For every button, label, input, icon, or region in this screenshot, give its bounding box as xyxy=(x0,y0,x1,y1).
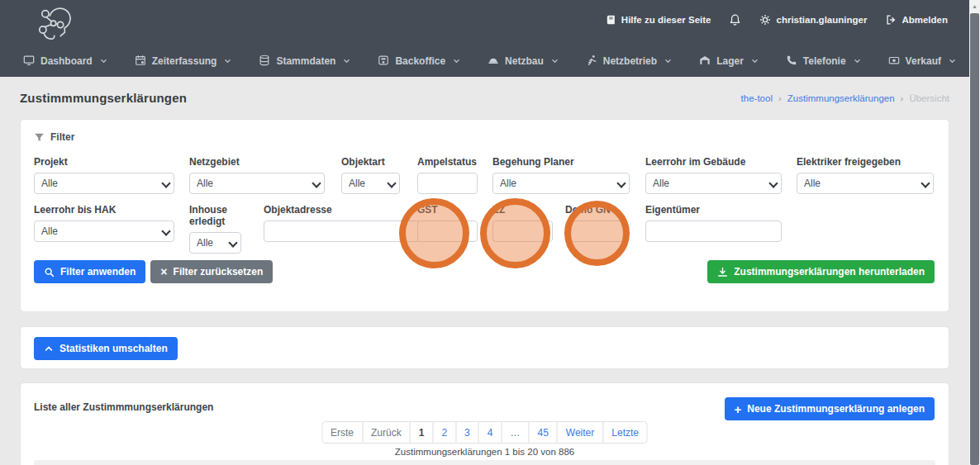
filter-field-objektadresse: Objektadresse xyxy=(264,204,421,242)
filter-field-ampelstatus: Ampelstatus xyxy=(417,156,478,194)
nav-stammdaten[interactable]: Stammdaten xyxy=(259,55,350,69)
funnel-icon xyxy=(34,132,45,143)
scrollbar-thumb[interactable] xyxy=(970,13,979,465)
database-icon xyxy=(259,55,270,69)
filter-field-elektriker-freigegeben: Elektriker freigegeben Alle xyxy=(797,156,934,194)
chevron-down-icon xyxy=(854,59,861,64)
pagination-page-1[interactable]: 1 xyxy=(410,421,434,444)
reset-filter-button[interactable]: × Filter zurücksetzen xyxy=(150,260,273,283)
search-icon xyxy=(44,267,55,278)
vertical-scrollbar[interactable]: ▲ xyxy=(969,0,980,465)
filter-field-leerrohr-bis-hak: Leerrohr bis HAK Alle xyxy=(34,204,174,242)
plus-icon: + xyxy=(735,403,742,415)
chevron-down-icon xyxy=(949,59,956,64)
eigentuemer-input[interactable] xyxy=(645,221,782,242)
nav-backoffice[interactable]: Backoffice xyxy=(378,55,460,69)
breadcrumb-separator: › xyxy=(901,93,904,103)
nav-dashboard[interactable]: Dashboard xyxy=(23,55,107,69)
nav-lager[interactable]: Lager xyxy=(699,55,759,69)
pagination-ellipsis: … xyxy=(501,421,529,444)
phone-icon xyxy=(786,55,797,69)
pagination-page-2[interactable]: 2 xyxy=(432,421,456,444)
breadcrumb: the-tool › Zustimmungserklärungen › Über… xyxy=(741,93,949,103)
pagination-page-4[interactable]: 4 xyxy=(478,421,502,444)
nav-zeiterfassung[interactable]: Zeiterfassung xyxy=(135,55,232,69)
scroll-up-button[interactable]: ▲ xyxy=(969,0,980,12)
chevron-down-icon xyxy=(100,59,107,64)
begehung-planer-select[interactable]: Alle xyxy=(492,173,630,194)
logout-link[interactable]: Abmelden xyxy=(885,14,948,26)
chevron-down-icon xyxy=(751,59,759,64)
calendar-icon xyxy=(135,55,146,69)
highlight-circle-gst xyxy=(399,198,469,268)
pagination-next[interactable]: Weiter xyxy=(557,421,603,444)
table-header-strip xyxy=(34,460,935,465)
list-range-status: Zustimmungserklärungen 1 bis 20 von 886 xyxy=(21,447,949,457)
filter-heading: Filter xyxy=(34,131,74,143)
leerrohr-im-gebaeude-select[interactable]: Alle xyxy=(645,173,782,194)
toggle-statistics-button[interactable]: Statistiken umschalten xyxy=(34,337,178,360)
manual-book-icon xyxy=(606,14,616,26)
user-menu[interactable]: christian.glauninger xyxy=(759,14,867,26)
nav-netzbau[interactable]: Netzbau xyxy=(488,55,559,69)
pagination-page-3[interactable]: 3 xyxy=(455,421,479,444)
create-zustimmungserklaerung-button[interactable]: + Neue Zustimmungserklärung anlegen xyxy=(725,397,935,420)
inhouse-erledigt-select[interactable]: Alle xyxy=(189,232,241,254)
monitor-icon xyxy=(23,55,35,69)
leerrohr-bis-hak-select[interactable]: Alle xyxy=(34,221,174,242)
chevron-up-icon xyxy=(44,344,54,353)
download-zustimmungserklaerungen-button[interactable]: Zustimmungserklärungen herunterladen xyxy=(707,260,935,283)
hardhat-icon xyxy=(488,55,499,69)
objektart-select[interactable]: Alle xyxy=(341,173,400,194)
close-icon: × xyxy=(160,266,167,278)
runner-icon xyxy=(586,55,597,69)
pagination-prev[interactable]: Zurück xyxy=(362,421,411,444)
projekt-select[interactable]: Alle xyxy=(34,173,174,194)
app-logo[interactable] xyxy=(36,5,74,48)
apply-filter-button[interactable]: Filter anwenden xyxy=(34,260,145,283)
chevron-down-icon xyxy=(551,59,559,64)
logout-label: Abmelden xyxy=(902,15,948,25)
filter-field-objektart: Objektart Alle xyxy=(341,156,400,194)
statistics-panel: Statistiken umschalten xyxy=(20,326,949,369)
logo-head-network-icon xyxy=(36,5,74,45)
filter-panel: Filter Projekt Alle Netzgebiet Alle Obje… xyxy=(20,119,949,312)
filter-field-eigentuemer: Eigentümer xyxy=(645,204,782,242)
nav-verkauf[interactable]: Verkauf xyxy=(888,55,956,69)
page-title: Zustimmmungserklärungen xyxy=(20,91,187,105)
netzgebiet-select[interactable]: Alle xyxy=(189,173,325,194)
notifications-bell-icon[interactable] xyxy=(729,13,741,26)
help-label: Hilfe zu dieser Seite xyxy=(621,15,711,25)
pagination: Erste Zurück 1 2 3 4 … 45 Weiter Letzte xyxy=(321,421,648,444)
pagination-page-45[interactable]: 45 xyxy=(528,421,557,444)
nav-telefonie[interactable]: Telefonie xyxy=(786,55,861,69)
list-heading: Liste aller Zustimmmungserklärungen xyxy=(34,401,213,413)
chevron-down-icon xyxy=(224,59,231,64)
chevron-down-icon xyxy=(664,59,672,64)
pagination-last[interactable]: Letzte xyxy=(602,421,648,444)
highlight-circle-ez xyxy=(480,198,550,268)
chevron-down-icon xyxy=(453,59,460,64)
top-navbar: Hilfe zu dieser Seite christian.glauning… xyxy=(0,0,969,77)
nav-netzbetrieb[interactable]: Netzbetrieb xyxy=(586,55,672,69)
logout-icon xyxy=(885,14,897,26)
ampelstatus-input[interactable] xyxy=(417,173,478,194)
filter-field-netzgebiet: Netzgebiet Alle xyxy=(189,156,325,194)
breadcrumb-separator: › xyxy=(778,93,782,103)
breadcrumb-zustimmungserklaerungen[interactable]: Zustimmungserklärungen xyxy=(787,93,895,103)
elektriker-freigegeben-select[interactable]: Alle xyxy=(797,173,934,194)
breadcrumb-the-tool[interactable]: the-tool xyxy=(741,93,773,103)
chevron-down-icon xyxy=(343,59,350,64)
username-label: christian.glauninger xyxy=(776,15,867,25)
filter-field-inhouse-erledigt: Inhouse erledigt Alle xyxy=(189,204,241,254)
download-icon xyxy=(717,267,728,278)
fax-icon xyxy=(378,55,389,69)
filter-field-begehung-planer: Begehung Planer Alle xyxy=(492,156,630,194)
objektadresse-input[interactable] xyxy=(264,221,421,242)
pagination-first[interactable]: Erste xyxy=(321,421,363,444)
list-panel: Liste aller Zustimmmungserklärungen + Ne… xyxy=(20,382,949,465)
money-icon xyxy=(888,55,900,69)
filter-field-leerrohr-im-gebaeude: Leerrohr im Gebäude Alle xyxy=(645,156,782,194)
help-link[interactable]: Hilfe zu dieser Seite xyxy=(606,14,711,26)
breadcrumb-current: Übersicht xyxy=(909,93,949,103)
